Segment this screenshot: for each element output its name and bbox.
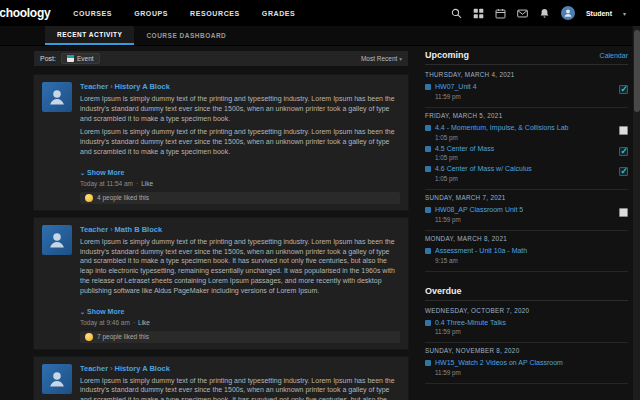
tab-recent-activity[interactable]: RECENT ACTIVITY <box>45 26 134 45</box>
upcoming-item-link[interactable]: HW08_AP Classroom Unit 5 <box>435 206 611 215</box>
post-author-link[interactable]: Teacher <box>80 225 108 234</box>
upcoming-item: HW08_AP Classroom Unit 5 11:59 pm <box>425 204 628 225</box>
assignment-icon <box>425 320 431 326</box>
smiley-icon <box>85 194 93 202</box>
feed-post: Teacher›History A Block Lorem Ipsum is s… <box>33 356 409 400</box>
upcoming-item-link[interactable]: HW07_Unit 4 <box>435 83 611 92</box>
like-button[interactable]: Like <box>141 180 153 187</box>
assignment-icon <box>425 146 431 152</box>
feed-post: Teacher›History A Block Lorem Ipsum is s… <box>33 74 409 211</box>
app-root: schoology COURSES GROUPS RESOURCES GRADE… <box>0 0 640 400</box>
tab-strip: RECENT ACTIVITY COURSE DASHBOARD <box>0 26 640 46</box>
event-button[interactable]: Event <box>61 53 100 64</box>
post-avatar[interactable] <box>42 82 72 112</box>
upcoming-group: THURSDAY, MARCH 4, 2021 HW07_Unit 4 11:5… <box>425 67 628 108</box>
like-button[interactable]: Like <box>138 319 150 326</box>
navbar-actions: Student ▾ <box>451 6 640 20</box>
activity-feed: Post: Event Most Recent ▾ <box>33 50 409 400</box>
post-title: Teacher›History A Block <box>80 82 400 91</box>
date-header: SUNDAY, NOVEMBER 8, 2020 <box>425 347 628 354</box>
upcoming-title: Upcoming <box>425 50 469 60</box>
tab-course-dashboard[interactable]: COURSE DASHBOARD <box>134 26 238 45</box>
post-title: Teacher›Math B Block <box>80 225 400 234</box>
upcoming-header: Upcoming Calendar <box>425 50 628 65</box>
assignment-icon <box>425 207 431 213</box>
page-scrollbar[interactable] <box>632 26 640 400</box>
main-content: Post: Event Most Recent ▾ <box>33 50 632 400</box>
complete-checkbox[interactable] <box>619 167 628 176</box>
user-avatar[interactable] <box>561 6 575 20</box>
upcoming-item-link[interactable]: 4.6 Center of Mass w/ Calculus <box>435 165 611 174</box>
mail-icon[interactable] <box>517 8 528 19</box>
post-label: Post: <box>40 55 56 62</box>
post-avatar[interactable] <box>42 225 72 255</box>
bell-icon[interactable] <box>539 8 550 19</box>
brand-logo[interactable]: schoology <box>0 6 64 20</box>
post-author-link[interactable]: Teacher <box>80 364 108 373</box>
upcoming-item: HW07_Unit 4 11:59 pm <box>425 81 628 102</box>
complete-checkbox[interactable] <box>619 85 628 94</box>
assignment-icon <box>425 360 431 366</box>
upcoming-sidebar: Upcoming Calendar THURSDAY, MARCH 4, 202… <box>425 50 632 400</box>
user-menu[interactable]: Student <box>586 10 612 17</box>
post-course-link[interactable]: History A Block <box>115 364 170 373</box>
post-body: Lorem Ipsum is simply dummy text of the … <box>80 127 400 156</box>
chevron-down-icon: ▾ <box>399 56 402 62</box>
item-time: 11:59 pm <box>435 93 611 100</box>
scrollbar-thumb[interactable] <box>634 30 640 112</box>
overdue-item-link[interactable]: 0.4 Three-Minute Talks <box>435 319 628 328</box>
calendar-link[interactable]: Calendar <box>600 52 628 59</box>
upcoming-item: 4.5 Center of Mass 1:05 pm <box>425 143 628 164</box>
chevron-down-icon: ▾ <box>623 10 626 17</box>
overdue-item-link[interactable]: HW15_Watch 2 Videos on AP Classroom <box>435 359 628 368</box>
post-body: Lorem Ipsum is simply dummy text of the … <box>80 376 400 400</box>
nav-item-courses[interactable]: COURSES <box>64 4 121 23</box>
post-avatar[interactable] <box>42 364 72 394</box>
upcoming-item-link[interactable]: 4.5 Center of Mass <box>435 145 611 154</box>
likes-row[interactable]: 4 people liked this <box>80 192 400 204</box>
item-time: 1:05 pm <box>435 175 611 182</box>
date-header: MONDAY, MARCH 8, 2021 <box>425 235 628 242</box>
apps-grid-icon[interactable] <box>473 8 484 19</box>
date-header: FRIDAY, MARCH 5, 2021 <box>425 112 628 119</box>
post-author-link[interactable]: Teacher <box>80 82 108 91</box>
post-meta: Today at 11:54 am·Like <box>80 180 400 187</box>
post-title: Teacher›History A Block <box>80 364 400 373</box>
complete-checkbox[interactable] <box>619 126 628 135</box>
feed-post: Teacher›Math B Block Lorem Ipsum is simp… <box>33 217 409 350</box>
dot-separator: · <box>130 319 138 326</box>
sort-dropdown[interactable]: Most Recent ▾ <box>361 55 402 62</box>
calendar-icon[interactable] <box>495 8 506 19</box>
show-more-link[interactable]: ⌄ Show More <box>80 169 124 176</box>
smiley-icon <box>85 333 93 341</box>
nav-item-grades[interactable]: GRADES <box>253 4 305 23</box>
post-meta: Today at 9:46 am·Like <box>80 319 400 326</box>
nav-item-resources[interactable]: RESOURCES <box>181 4 249 23</box>
post-course-link[interactable]: History A Block <box>115 82 170 91</box>
likes-row[interactable]: 7 people liked this <box>80 331 400 343</box>
item-time: 1:05 pm <box>435 134 611 141</box>
dot-separator: · <box>133 180 141 187</box>
item-time: 11:59 pm <box>435 216 611 223</box>
overdue-item: HW15_Watch 2 Videos on AP Classroom 11:5… <box>425 357 628 378</box>
complete-checkbox[interactable] <box>619 147 628 156</box>
show-more-link[interactable]: ⌄ Show More <box>80 308 124 315</box>
upcoming-item-link[interactable]: Assessment - Unit 10a - Math <box>435 247 628 256</box>
upcoming-item-link[interactable]: 4.4 - Momentum, Impulse, & Collisions La… <box>435 124 611 133</box>
assignment-icon <box>425 166 431 172</box>
complete-checkbox[interactable] <box>619 208 628 217</box>
date-header: SUNDAY, MARCH 7, 2021 <box>425 194 628 201</box>
likes-count: 7 people liked this <box>97 333 149 340</box>
search-icon[interactable] <box>451 8 462 19</box>
overdue-item: 0.4 Three-Minute Talks 11:59 pm <box>425 317 628 338</box>
item-time: 11:59 pm <box>435 328 628 335</box>
nav-item-groups[interactable]: GROUPS <box>125 4 177 23</box>
post-timestamp: Today at 9:46 am <box>80 319 130 326</box>
overdue-header: Overdue <box>425 286 628 301</box>
primary-nav: COURSES GROUPS RESOURCES GRADES <box>64 4 304 23</box>
assignment-icon <box>425 84 431 90</box>
item-time: 9:15 am <box>435 257 628 264</box>
post-course-link[interactable]: Math B Block <box>115 225 163 234</box>
date-header: WEDNESDAY, OCTOBER 7, 2020 <box>425 307 628 314</box>
assignment-icon <box>425 125 431 131</box>
